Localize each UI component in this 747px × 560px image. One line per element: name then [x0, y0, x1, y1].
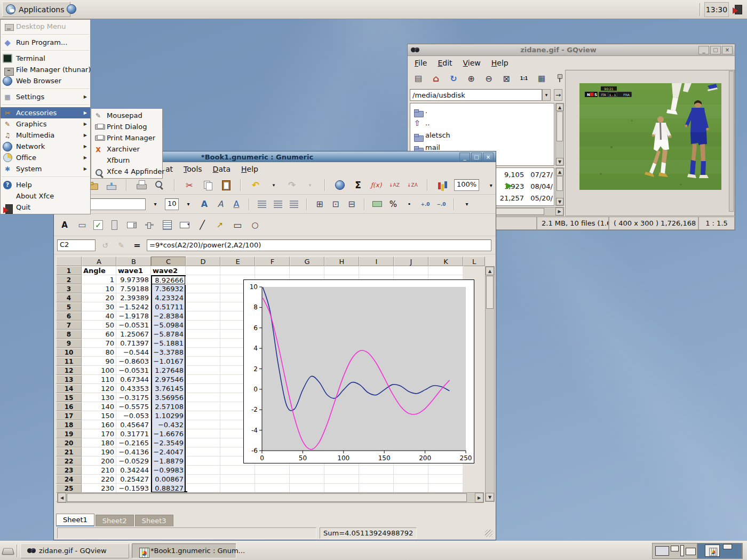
cell-B24[interactable]: 0.25427 — [116, 475, 151, 484]
row-header-21[interactable]: 21 — [56, 447, 82, 457]
cell-A8[interactable]: 60 — [82, 330, 116, 339]
gqview-titlebar[interactable]: zidane.gif - GQview _ □ × — [408, 44, 735, 56]
cell-D2[interactable] — [186, 275, 220, 284]
paste-icon[interactable] — [219, 179, 232, 191]
cell-D13[interactable] — [186, 375, 220, 384]
zoom-level-input[interactable]: 100% — [454, 179, 479, 191]
row-header-18[interactable]: 18 — [56, 420, 82, 429]
row-header-12[interactable]: 12 — [56, 366, 82, 375]
column-header-F[interactable]: F — [255, 257, 290, 266]
equals-button[interactable]: = — [131, 239, 144, 252]
insert-slider-icon[interactable] — [143, 219, 156, 231]
cell-H25[interactable] — [324, 484, 359, 493]
embedded-chart[interactable]: 1086420-2-4-6050100150200250 — [243, 279, 474, 463]
font-name-arrow[interactable]: ▾ — [149, 198, 162, 211]
refresh-icon[interactable]: ↻ — [447, 72, 460, 85]
cell-G24[interactable] — [290, 475, 324, 484]
cell-D16[interactable] — [186, 402, 220, 411]
print-preview-icon[interactable] — [153, 179, 166, 191]
cell-A13[interactable]: 110 — [82, 375, 116, 384]
cell-F24[interactable] — [255, 475, 290, 484]
cell-K23[interactable] — [428, 466, 463, 475]
row-header-16[interactable]: 16 — [56, 402, 82, 411]
image-vscrollbar[interactable] — [729, 71, 734, 212]
cell-G1[interactable] — [290, 266, 324, 275]
copy-icon[interactable] — [201, 179, 214, 191]
cell-A25[interactable]: 230 — [82, 484, 116, 493]
cell-A1[interactable]: Angle — [82, 266, 116, 275]
redo-menu-icon[interactable]: ▾ — [304, 179, 316, 191]
align-right-icon[interactable] — [288, 198, 300, 211]
column-header-G[interactable]: G — [290, 257, 324, 266]
cell-C22[interactable]: −1.8879 — [151, 457, 186, 466]
maximize-button[interactable]: □ — [471, 153, 482, 161]
cell-D1[interactable] — [186, 266, 220, 275]
path-dropdown-arrow[interactable]: ▾ — [542, 89, 551, 101]
folder-row[interactable]: ⇧.. — [411, 117, 553, 129]
home-icon[interactable]: ⌂ — [430, 72, 442, 85]
zoom-dropdown-arrow[interactable]: ▾ — [484, 179, 497, 191]
cell-D5[interactable] — [186, 302, 220, 311]
cell-D11[interactable] — [186, 357, 220, 366]
folder-list-scrollbar[interactable]: ▲ ▼ — [555, 103, 564, 166]
cell-C4[interactable]: 4.23324 — [151, 293, 186, 302]
cell-C20[interactable]: −2.3549 — [151, 438, 186, 447]
accessories-item-xfce-4-appfinder[interactable]: Xfce 4 Appfinder — [91, 166, 162, 177]
menu-tools[interactable]: Tools — [179, 164, 207, 174]
insert-ellipse-icon[interactable]: ○ — [249, 219, 261, 231]
insert-list-icon[interactable] — [161, 219, 173, 231]
cell-B20[interactable]: −0.2165 — [116, 438, 151, 447]
cell-C23[interactable]: −0.9983 — [151, 466, 186, 475]
sort-ascending-icon[interactable]: ↓AZ — [388, 179, 401, 191]
task-button-gnumeric[interactable]: *Book1.gnumeric : Gnum... — [132, 543, 236, 558]
cell-B15[interactable]: −0.3175 — [116, 393, 151, 402]
autosum-icon[interactable]: Σ — [352, 179, 364, 191]
increase-precision-icon[interactable]: +.0 — [419, 198, 432, 211]
redo-icon[interactable]: ↷ — [285, 179, 298, 191]
cell-G23[interactable] — [290, 466, 324, 475]
zoom-actual-icon[interactable]: 1:1 — [518, 72, 530, 85]
cell-C15[interactable]: 3.56956 — [151, 393, 186, 402]
cell-D4[interactable] — [186, 293, 220, 302]
cell-C14[interactable]: 3.76145 — [151, 384, 186, 393]
menu-view[interactable]: View — [458, 58, 486, 68]
column-header-A[interactable]: A — [82, 257, 116, 266]
cell-B6[interactable]: −1.9178 — [116, 311, 151, 321]
cell-D23[interactable] — [186, 466, 220, 475]
cell-A10[interactable]: 80 — [82, 348, 116, 357]
cell-C8[interactable]: −5.8784 — [151, 330, 186, 339]
cell-D8[interactable] — [186, 330, 220, 339]
row-header-20[interactable]: 20 — [56, 438, 82, 447]
row-header-13[interactable]: 13 — [56, 375, 82, 384]
row-header-11[interactable]: 11 — [56, 357, 82, 366]
workspace-pager[interactable] — [652, 543, 743, 559]
zoom-in-icon[interactable]: ⊕ — [465, 72, 478, 85]
row-header-5[interactable]: 5 — [56, 302, 82, 311]
accessories-item-mousepad[interactable]: ✎Mousepad — [91, 110, 162, 121]
cell-I1[interactable] — [359, 266, 394, 275]
cell-B19[interactable]: 0.31771 — [116, 429, 151, 438]
cell-B11[interactable]: −0.8603 — [116, 357, 151, 366]
cell-B25[interactable]: −0.1593 — [116, 484, 151, 493]
cell-B18[interactable]: 0.45647 — [116, 420, 151, 429]
hyperlink-icon[interactable] — [333, 179, 346, 191]
minimize-button[interactable]: _ — [698, 46, 709, 54]
cell-A19[interactable]: 170 — [82, 429, 116, 438]
cell-J24[interactable] — [394, 475, 428, 484]
row-header-10[interactable]: 10 — [56, 348, 82, 357]
folder-row[interactable]: aletsch — [411, 129, 553, 141]
insert-label-icon[interactable]: A — [58, 219, 71, 231]
cell-A9[interactable]: 70 — [82, 339, 116, 348]
cell-I24[interactable] — [359, 475, 394, 484]
sheet-vscrollbar[interactable]: ▲ ▼ — [485, 266, 495, 502]
cell-B8[interactable]: 1.25067 — [116, 330, 151, 339]
apps-menu-item-help[interactable]: Help — [1, 179, 90, 190]
apps-menu-item-settings[interactable]: ▦Settings▶ — [1, 91, 90, 102]
cell-B13[interactable]: 0.67344 — [116, 375, 151, 384]
thumbnails-icon[interactable]: ▦ — [535, 72, 548, 85]
cell-C9[interactable]: −5.1881 — [151, 339, 186, 348]
cell-D15[interactable] — [186, 393, 220, 402]
cell-B2[interactable]: 9.97398 — [116, 275, 151, 284]
menu-help[interactable]: Help — [236, 164, 263, 174]
cell-A23[interactable]: 210 — [82, 466, 116, 475]
